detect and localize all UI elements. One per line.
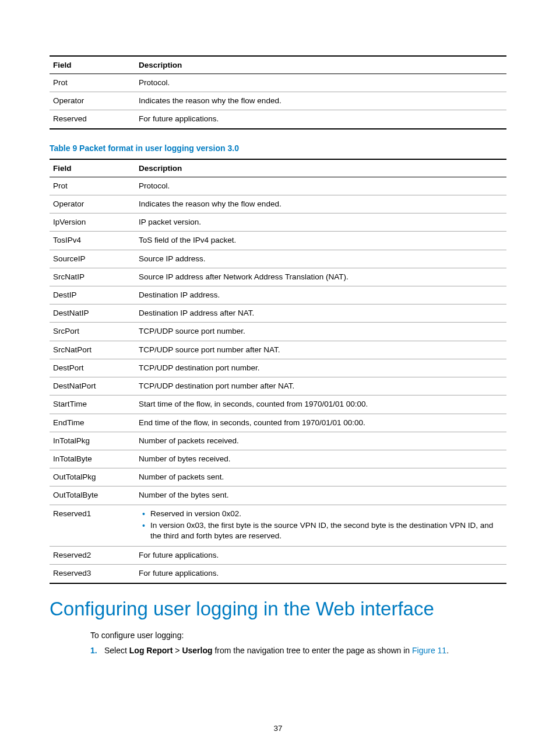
- cell-desc: TCP/UDP source port number after NAT.: [135, 341, 506, 359]
- col-field: Field: [50, 56, 135, 74]
- cell-desc: Number of the bytes sent.: [135, 487, 506, 505]
- cell-field: TosIPv4: [50, 232, 135, 250]
- table-row: StartTimeStart time of the flow, in seco…: [50, 396, 506, 414]
- cell-field: Operator: [50, 195, 135, 213]
- table-row: DestPortTCP/UDP destination port number.: [50, 359, 506, 377]
- table-row: Operator Indicates the reason why the fl…: [50, 92, 506, 110]
- table-row: Reserved2For future applications.: [50, 547, 506, 565]
- table-row: Reserved1Reserved in version 0x02.In ver…: [50, 505, 506, 547]
- reserved1-list: Reserved in version 0x02.In version 0x03…: [139, 509, 503, 542]
- cell-desc: Destination IP address.: [135, 286, 506, 304]
- step-text: from the navigation tree to enter the pa…: [213, 646, 412, 655]
- cell-field: InTotalByte: [50, 450, 135, 468]
- table-row: InTotalPkgNumber of packets received.: [50, 432, 506, 450]
- cell-field: IpVersion: [50, 214, 135, 232]
- cell-desc: Protocol.: [135, 177, 506, 195]
- cell-desc: Destination IP address after NAT.: [135, 304, 506, 323]
- table-header-row: Field Description: [50, 56, 506, 74]
- table9: Field Description ProtProtocol.OperatorI…: [50, 159, 506, 584]
- cell-desc: For future applications.: [135, 110, 506, 129]
- cell-desc: Source IP address.: [135, 250, 506, 268]
- cell-desc: IP packet version.: [135, 214, 506, 232]
- cell-desc: For future applications.: [135, 547, 506, 565]
- step-body: Select Log Report > Userlog from the nav…: [104, 646, 506, 655]
- cell-field: SrcNatIP: [50, 268, 135, 286]
- cell-desc: TCP/UDP destination port number after NA…: [135, 377, 506, 396]
- cell-desc: End time of the flow, in seconds, counte…: [135, 414, 506, 432]
- cell-field: SrcPort: [50, 323, 135, 341]
- table-continued: Field Description Prot Protocol. Operato…: [50, 55, 506, 130]
- cell-desc: Indicates the reason why the flow ended.: [135, 92, 506, 110]
- figure-link[interactable]: Figure 11: [412, 646, 446, 655]
- cell-field: OutTotalPkg: [50, 468, 135, 487]
- cell-desc: TCP/UDP destination port number.: [135, 359, 506, 377]
- table-row: InTotalByteNumber of bytes received.: [50, 450, 506, 468]
- step-bold: Userlog: [182, 646, 212, 655]
- cell-desc: TCP/UDP source port number.: [135, 323, 506, 341]
- table-header-row: Field Description: [50, 159, 506, 177]
- cell-field: SourceIP: [50, 250, 135, 268]
- table-row: SrcPortTCP/UDP source port number.: [50, 323, 506, 341]
- cell-field: OutTotalByte: [50, 487, 135, 505]
- cell-desc: Number of packets sent.: [135, 468, 506, 487]
- col-description: Description: [135, 56, 506, 74]
- cell-field: Prot: [50, 177, 135, 195]
- table-row: Reserved For future applications.: [50, 110, 506, 129]
- cell-field: DestPort: [50, 359, 135, 377]
- cell-desc: Reserved in version 0x02.In version 0x03…: [135, 505, 506, 547]
- cell-field: SrcNatPort: [50, 341, 135, 359]
- table-row: OutTotalByteNumber of the bytes sent.: [50, 487, 506, 505]
- table-row: DestNatPortTCP/UDP destination port numb…: [50, 377, 506, 396]
- section-heading: Configuring user logging in the Web inte…: [50, 598, 506, 620]
- cell-field: DestIP: [50, 286, 135, 304]
- cell-desc: Number of packets received.: [135, 432, 506, 450]
- cell-desc: Source IP address after Network Address …: [135, 268, 506, 286]
- cell-desc: ToS field of the IPv4 packet.: [135, 232, 506, 250]
- cell-field: Operator: [50, 92, 135, 110]
- table-row: SrcNatIPSource IP address after Network …: [50, 268, 506, 286]
- table9-caption: Table 9 Packet format in user logging ve…: [50, 144, 506, 153]
- table-row: IpVersionIP packet version.: [50, 214, 506, 232]
- cell-field: DestNatIP: [50, 304, 135, 323]
- table-row: TosIPv4ToS field of the IPv4 packet.: [50, 232, 506, 250]
- cell-field: Reserved3: [50, 565, 135, 583]
- cell-field: Prot: [50, 74, 135, 92]
- table-row: DestIPDestination IP address.: [50, 286, 506, 304]
- cell-desc: Start time of the flow, in seconds, coun…: [135, 396, 506, 414]
- cell-field: Reserved: [50, 110, 135, 129]
- cell-field: StartTime: [50, 396, 135, 414]
- cell-field: InTotalPkg: [50, 432, 135, 450]
- step-text: Select: [104, 646, 129, 655]
- table-row: ProtProtocol.: [50, 177, 506, 195]
- step-text: >: [173, 646, 182, 655]
- col-field: Field: [50, 159, 135, 177]
- cell-field: EndTime: [50, 414, 135, 432]
- step-number: 1.: [90, 646, 104, 655]
- table-row: OutTotalPkgNumber of packets sent.: [50, 468, 506, 487]
- cell-desc: Number of bytes received.: [135, 450, 506, 468]
- step-bold: Log Report: [129, 646, 173, 655]
- table-row: EndTimeEnd time of the flow, in seconds,…: [50, 414, 506, 432]
- cell-desc: For future applications.: [135, 565, 506, 583]
- table-row: Prot Protocol.: [50, 74, 506, 92]
- table-row: Reserved3For future applications.: [50, 565, 506, 583]
- intro-text: To configure user logging:: [90, 631, 506, 640]
- col-description: Description: [135, 159, 506, 177]
- cell-field: Reserved1: [50, 505, 135, 547]
- table-row: SourceIPSource IP address.: [50, 250, 506, 268]
- step-1: 1. Select Log Report > Userlog from the …: [90, 646, 506, 655]
- table-row: OperatorIndicates the reason why the flo…: [50, 195, 506, 213]
- cell-desc: Indicates the reason why the flow ended.: [135, 195, 506, 213]
- list-item: In version 0x03, the first byte is the s…: [150, 520, 503, 541]
- cell-desc: Protocol.: [135, 74, 506, 92]
- list-item: Reserved in version 0x02.: [150, 509, 503, 519]
- cell-field: DestNatPort: [50, 377, 135, 396]
- cell-field: Reserved2: [50, 547, 135, 565]
- table-row: DestNatIPDestination IP address after NA…: [50, 304, 506, 323]
- page-number: 37: [0, 724, 556, 733]
- table-row: SrcNatPortTCP/UDP source port number aft…: [50, 341, 506, 359]
- step-text: .: [446, 646, 449, 655]
